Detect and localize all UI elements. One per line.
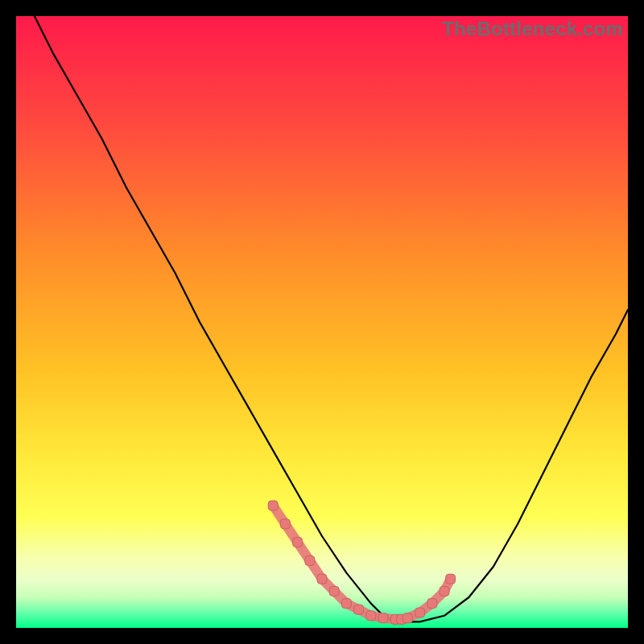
- highlight-marker: [427, 599, 437, 609]
- highlight-marker: [446, 574, 456, 584]
- highlight-marker: [366, 611, 376, 621]
- chart-frame: TheBottleneck.com: [16, 16, 628, 628]
- highlight-marker: [329, 586, 339, 596]
- highlight-marker: [440, 586, 449, 596]
- highlight-marker: [354, 605, 364, 614]
- highlight-marker: [402, 613, 412, 623]
- highlight-marker: [341, 599, 351, 609]
- highlight-marker: [293, 538, 303, 547]
- highlight-marker: [317, 574, 327, 584]
- highlight-marker: [280, 519, 290, 529]
- highlight-marker: [305, 555, 315, 565]
- highlight-marker: [268, 501, 278, 510]
- watermark-text: TheBottleneck.com: [442, 18, 623, 40]
- highlight-marker: [415, 608, 425, 617]
- highlight-marker: [378, 613, 388, 623]
- bottleneck-chart: [16, 16, 628, 628]
